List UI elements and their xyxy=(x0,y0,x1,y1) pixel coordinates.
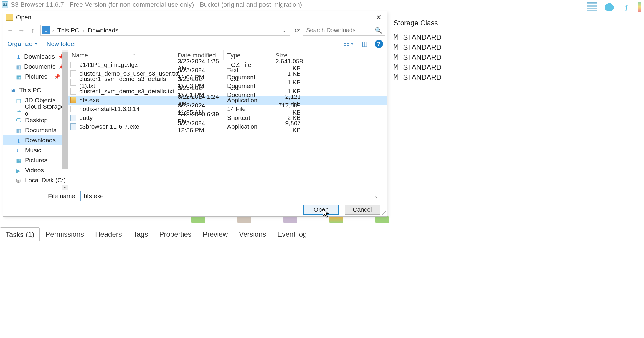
view-mode-button[interactable]: ☷ ▼ xyxy=(343,40,355,48)
breadcrumb-pc[interactable]: This PC xyxy=(56,27,81,34)
file-row[interactable]: s3browser-11-6-7.exe 3/23/2024 12:36 PM … xyxy=(68,122,387,131)
pic-icon: ▦ xyxy=(16,74,22,79)
mus-icon: ♪ xyxy=(16,148,22,153)
storage-class-row: MSTANDARD xyxy=(394,62,644,72)
open-dialog: Open ✕ ← → ↑ ↓ › This PC › Downloads ⌄ ⟳… xyxy=(3,11,387,217)
sidebar: ⬇Downloads📌▥Documents📌▦Pictures📌 🖥 This … xyxy=(3,50,68,190)
search-input[interactable] xyxy=(306,27,375,34)
info-icon[interactable]: i xyxy=(621,2,632,11)
breadcrumb[interactable]: ↓ › This PC › Downloads ⌄ xyxy=(40,25,290,36)
organize-label: Organize xyxy=(7,40,32,47)
new-folder-button[interactable]: New folder xyxy=(47,40,76,47)
col-type[interactable]: Type xyxy=(224,50,272,60)
tab-tasks-1-[interactable]: Tasks (1) xyxy=(0,227,40,241)
file-icon xyxy=(70,97,76,103)
breadcrumb-folder[interactable]: Downloads xyxy=(87,27,120,34)
bg-icon-3[interactable] xyxy=(283,216,297,223)
sidebar-quick-documents[interactable]: ▥Documents📌 xyxy=(3,62,68,72)
sidebar-item-music[interactable]: ♪Music xyxy=(3,145,68,155)
refresh-button[interactable]: ⟳ xyxy=(292,25,302,35)
pc-icon: 🖥 xyxy=(10,87,16,93)
storage-class-row: MSTANDARD xyxy=(394,32,644,42)
chevron-down-icon: ▼ xyxy=(34,42,38,46)
nav-up-button[interactable]: ↑ xyxy=(27,25,38,36)
filename-dropdown[interactable]: ⌄ xyxy=(374,194,378,198)
sidebar-item-documents[interactable]: ▥Documents xyxy=(3,125,68,135)
resize-grip[interactable] xyxy=(382,211,386,215)
file-row[interactable]: putty 7/18/2020 6:39 PM Shortcut 2 KB xyxy=(68,113,387,122)
sidebar-item-local-disk-c-[interactable]: ⛁Local Disk (C:) xyxy=(3,175,68,185)
cloud-icon: ☁ xyxy=(16,107,22,113)
breadcrumb-dropdown[interactable]: ⌄ xyxy=(280,28,288,33)
storage-class-value: STANDARD xyxy=(403,63,441,71)
bg-icon-2[interactable] xyxy=(237,216,251,223)
file-size: 717,506 KB xyxy=(272,102,304,116)
tab-preview[interactable]: Preview xyxy=(197,227,233,241)
breadcrumb-root-icon[interactable]: ↓ xyxy=(42,26,50,34)
storage-class-row: MSTANDARD xyxy=(394,42,644,52)
open-button[interactable]: Open xyxy=(303,205,339,215)
tab-versions[interactable]: Versions xyxy=(233,227,272,241)
bottom-tabs: Tasks (1)PermissionsHeadersTagsPropertie… xyxy=(0,226,644,241)
filename-input[interactable]: hfs.exe ⌄ xyxy=(80,191,381,201)
file-row[interactable]: hfs.exe 3/22/2024 1:24 AM Application 2,… xyxy=(68,96,387,105)
tab-event-log[interactable]: Event log xyxy=(272,227,312,241)
dialog-toolbar: Organize ▼ New folder ☷ ▼ ◫ ? xyxy=(3,37,387,50)
sidebar-item-label: Local Disk (C:) xyxy=(25,177,66,184)
organize-button[interactable]: Organize ▼ xyxy=(7,40,38,47)
nav-forward-button[interactable]: → xyxy=(16,25,27,36)
bg-action-icons xyxy=(191,216,389,223)
col-date[interactable]: Date modified xyxy=(174,50,224,60)
filename-label: File name: xyxy=(9,193,77,200)
sidebar-item-label: Desktop xyxy=(25,117,48,124)
tab-permissions[interactable]: Permissions xyxy=(40,227,90,241)
sidebar-item-label: Music xyxy=(25,147,41,154)
cancel-button[interactable]: Cancel xyxy=(345,205,380,215)
file-icon xyxy=(70,79,76,86)
help-button[interactable]: ? xyxy=(375,40,383,48)
nav-back-button[interactable]: ← xyxy=(5,25,16,36)
file-row[interactable]: hotfix-install-11.6.0.14 3/23/2024 11:55… xyxy=(68,105,387,113)
cloud-icon[interactable] xyxy=(604,2,615,11)
file-name: s3browser-11-6-7.exe xyxy=(79,123,139,130)
file-size: 1 KB xyxy=(272,79,304,86)
sidebar-quick-pictures[interactable]: ▦Pictures📌 xyxy=(3,72,68,82)
tab-headers[interactable]: Headers xyxy=(90,227,128,241)
sidebar-this-pc[interactable]: 🖥 This PC xyxy=(3,85,68,95)
col-name[interactable]: Name⌃ xyxy=(68,50,174,60)
sidebar-item-videos[interactable]: ▶Videos xyxy=(3,165,68,175)
keyboard-icon[interactable] xyxy=(587,2,597,11)
scrollbar-thumb[interactable] xyxy=(62,52,68,169)
tab-tags[interactable]: Tags xyxy=(128,227,154,241)
file-icon xyxy=(70,106,76,112)
storage-class-value: STANDARD xyxy=(403,43,441,51)
sidebar-item-pictures[interactable]: ▦Pictures xyxy=(3,155,68,165)
bg-icon-1[interactable] xyxy=(191,216,205,223)
bg-icon-5[interactable] xyxy=(375,216,389,223)
close-button[interactable]: ✕ xyxy=(370,11,387,23)
sidebar-item-cloud-storage-o[interactable]: ☁Cloud Storage o xyxy=(3,105,68,115)
file-type: Text Document xyxy=(224,84,272,98)
sidebar-item-label: Pictures xyxy=(25,157,47,164)
file-list-header[interactable]: Name⌃ Date modified Type Size xyxy=(68,50,387,60)
sidebar-item-downloads[interactable]: ⬇Downloads xyxy=(3,135,68,145)
file-name: hotfix-install-11.6.0.14 xyxy=(79,105,140,112)
preview-pane-button[interactable]: ◫ xyxy=(359,40,371,48)
col-size[interactable]: Size xyxy=(272,50,304,60)
dialog-titlebar[interactable]: Open ✕ xyxy=(3,11,387,23)
usage-bar-icon[interactable] xyxy=(638,2,641,12)
file-list: Name⌃ Date modified Type Size 9141P1_q_i… xyxy=(68,50,387,190)
desk-icon: 🖵 xyxy=(16,117,22,123)
storage-class-header: Storage Class xyxy=(394,15,644,32)
file-row[interactable]: cluster1_svm_demo_s3_details.txt 3/23/20… xyxy=(68,87,387,96)
search-icon[interactable]: 🔍 xyxy=(375,27,382,34)
file-size: 1 KB xyxy=(272,70,304,77)
tab-properties[interactable]: Properties xyxy=(153,227,197,241)
sidebar-item-label: Documents xyxy=(24,63,55,70)
sidebar-quick-downloads[interactable]: ⬇Downloads📌 xyxy=(3,52,68,62)
bg-icon-4[interactable] xyxy=(329,216,343,223)
sidebar-item-label: 3D Objects xyxy=(25,97,56,104)
sidebar-pc-label: This PC xyxy=(19,87,41,94)
dialog-footer: File name: hfs.exe ⌄ Open Cancel xyxy=(3,187,387,216)
search-box[interactable]: 🔍 xyxy=(303,25,385,36)
